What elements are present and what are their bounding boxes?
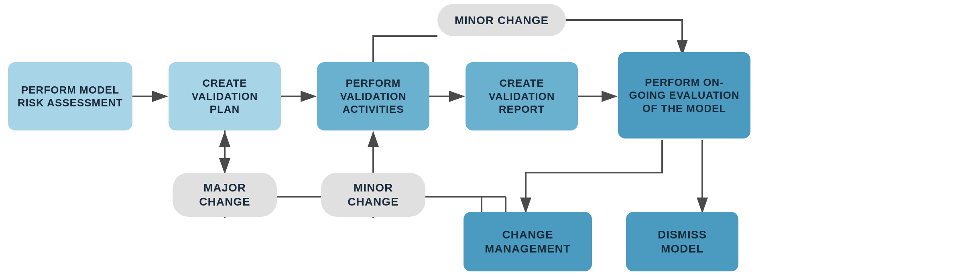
perform-model-risk-label: PERFORM MODEL RISK ASSESSMENT	[17, 84, 124, 110]
minor-change-bottom-label: MINOR CHANGE	[330, 181, 417, 209]
create-validation-plan-node: CREATE VALIDATION PLAN	[169, 62, 281, 130]
create-validation-report-node: CREATE VALIDATION REPORT	[466, 62, 578, 130]
dismiss-model-label: DISMISS MODEL	[635, 228, 730, 256]
change-management-label: CHANGE MANAGEMENT	[472, 228, 583, 256]
diagram-container: PERFORM MODEL RISK ASSESSMENT CREATE VAL…	[0, 0, 980, 277]
perform-ongoing-evaluation-node: PERFORM ON-GOING EVALUATION OF THE MODEL	[618, 52, 750, 138]
minor-change-bottom-node: MINOR CHANGE	[321, 173, 425, 217]
create-validation-report-label: CREATE VALIDATION REPORT	[474, 77, 569, 116]
minor-change-top-node: MINOR CHANGE	[437, 4, 566, 36]
perform-validation-activities-label: PERFORM VALIDATION ACTIVITIES	[326, 77, 421, 116]
perform-model-risk-node: PERFORM MODEL RISK ASSESSMENT	[8, 62, 132, 130]
minor-change-top-label: MINOR CHANGE	[455, 13, 549, 27]
create-validation-plan-label: CREATE VALIDATION PLAN	[177, 77, 272, 116]
change-management-node: CHANGE MANAGEMENT	[464, 212, 592, 271]
major-change-node: MAJOR CHANGE	[173, 173, 277, 217]
major-change-label: MAJOR CHANGE	[181, 181, 268, 209]
perform-validation-activities-node: PERFORM VALIDATION ACTIVITIES	[317, 62, 429, 130]
perform-ongoing-evaluation-label: PERFORM ON-GOING EVALUATION OF THE MODEL	[627, 76, 742, 115]
dismiss-model-node: DISMISS MODEL	[626, 212, 738, 271]
